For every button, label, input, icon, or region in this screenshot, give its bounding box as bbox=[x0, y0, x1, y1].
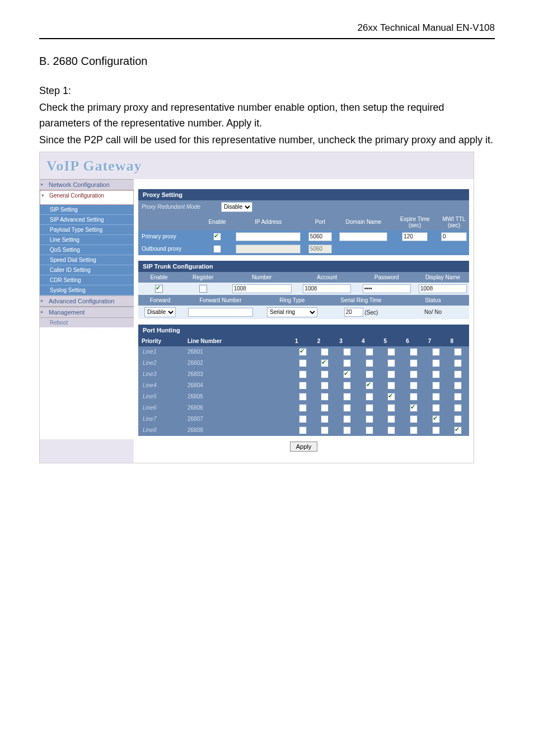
port-checkbox[interactable] bbox=[432, 393, 440, 401]
ring-type-select[interactable]: Serial ring bbox=[267, 307, 317, 317]
nav-cdr-setting[interactable]: CDR Setting bbox=[40, 275, 134, 285]
port-checkbox[interactable] bbox=[299, 348, 307, 356]
port-checkbox[interactable] bbox=[366, 382, 373, 389]
trunk-enable-checkbox[interactable] bbox=[155, 285, 163, 293]
port-checkbox[interactable] bbox=[321, 359, 329, 367]
outbound-port-input[interactable] bbox=[308, 245, 332, 253]
port-checkbox[interactable] bbox=[432, 426, 440, 434]
port-checkbox[interactable] bbox=[432, 348, 440, 356]
port-checkbox[interactable] bbox=[321, 348, 329, 356]
port-checkbox[interactable] bbox=[299, 426, 307, 434]
apply-button[interactable]: Apply bbox=[290, 442, 318, 452]
outbound-enable-checkbox[interactable] bbox=[213, 245, 221, 253]
port-checkbox[interactable] bbox=[366, 404, 373, 412]
primary-port-input[interactable] bbox=[308, 232, 332, 241]
port-checkbox[interactable] bbox=[387, 426, 395, 434]
port-checkbox[interactable] bbox=[454, 404, 462, 412]
port-checkbox[interactable] bbox=[410, 348, 418, 356]
port-checkbox[interactable] bbox=[410, 404, 418, 412]
outbound-ip-input[interactable] bbox=[236, 245, 301, 253]
port-checkbox[interactable] bbox=[454, 382, 462, 389]
port-checkbox[interactable] bbox=[432, 415, 440, 423]
trunk-display-input[interactable] bbox=[419, 284, 467, 293]
port-checkbox[interactable] bbox=[387, 359, 395, 367]
port-checkbox[interactable] bbox=[343, 415, 351, 423]
port-checkbox[interactable] bbox=[321, 393, 329, 401]
nav-network-configuration[interactable]: ▸Network Configuration bbox=[40, 179, 134, 190]
port-checkbox[interactable] bbox=[299, 404, 307, 412]
port-checkbox[interactable] bbox=[432, 359, 440, 367]
port-checkbox[interactable] bbox=[343, 370, 351, 378]
port-checkbox[interactable] bbox=[299, 382, 307, 389]
nav-syslog-setting[interactable]: Syslog Setting bbox=[40, 285, 134, 295]
trunk-number-input[interactable] bbox=[232, 284, 292, 293]
port-checkbox[interactable] bbox=[387, 404, 395, 412]
port-checkbox[interactable] bbox=[454, 426, 462, 434]
nav-sip-advanced-setting[interactable]: SIP Advanced Setting bbox=[40, 215, 134, 225]
port-checkbox[interactable] bbox=[321, 404, 329, 412]
nav-reboot[interactable]: Reboot bbox=[40, 318, 134, 327]
trunk-register-checkbox[interactable] bbox=[199, 285, 207, 293]
serial-ring-time-input[interactable] bbox=[344, 308, 363, 317]
port-checkbox[interactable] bbox=[321, 415, 329, 423]
port-checkbox[interactable] bbox=[321, 426, 329, 434]
port-checkbox[interactable] bbox=[299, 370, 307, 378]
nav-speed-dial-setting[interactable]: Speed Dial Setting bbox=[40, 255, 134, 265]
port-checkbox[interactable] bbox=[343, 404, 351, 412]
forward-number-input[interactable] bbox=[188, 308, 253, 317]
port-checkbox[interactable] bbox=[366, 426, 373, 434]
port-checkbox[interactable] bbox=[366, 393, 373, 401]
nav-general-configuration[interactable]: ▾General Configuration bbox=[40, 190, 134, 205]
port-checkbox[interactable] bbox=[432, 404, 440, 412]
trunk-account-input[interactable] bbox=[303, 284, 351, 293]
port-checkbox[interactable] bbox=[343, 359, 351, 367]
nav-management[interactable]: ▸Management bbox=[40, 307, 134, 318]
port-checkbox[interactable] bbox=[410, 393, 418, 401]
port-checkbox[interactable] bbox=[410, 370, 418, 378]
primary-expire-input[interactable] bbox=[402, 232, 428, 241]
port-checkbox[interactable] bbox=[454, 415, 462, 423]
port-checkbox[interactable] bbox=[343, 348, 351, 356]
primary-mwi-input[interactable] bbox=[441, 232, 467, 241]
forward-select[interactable]: Disable bbox=[144, 307, 176, 317]
port-checkbox[interactable] bbox=[366, 359, 373, 367]
port-checkbox[interactable] bbox=[366, 415, 373, 423]
proxy-redundant-select[interactable]: Disable bbox=[221, 202, 252, 212]
port-checkbox[interactable] bbox=[454, 348, 462, 356]
nav-advanced-configuration[interactable]: ▸Advanced Configuration bbox=[40, 295, 134, 307]
primary-ip-input[interactable] bbox=[236, 232, 301, 241]
port-checkbox[interactable] bbox=[454, 370, 462, 378]
port-checkbox[interactable] bbox=[343, 426, 351, 434]
port-checkbox[interactable] bbox=[387, 348, 395, 356]
nav-payload-type-setting[interactable]: Payload Type Setting bbox=[40, 225, 134, 235]
port-checkbox[interactable] bbox=[321, 382, 329, 389]
port-checkbox[interactable] bbox=[366, 348, 373, 356]
port-checkbox[interactable] bbox=[366, 370, 373, 378]
port-checkbox[interactable] bbox=[454, 393, 462, 401]
nav-qos-setting[interactable]: QoS Setting bbox=[40, 245, 134, 255]
port-checkbox[interactable] bbox=[454, 359, 462, 367]
port-checkbox[interactable] bbox=[343, 382, 351, 389]
port-checkbox[interactable] bbox=[387, 415, 395, 423]
port-checkbox[interactable] bbox=[387, 370, 395, 378]
col-line-number: Line Number bbox=[184, 336, 292, 346]
trunk-password-input[interactable] bbox=[363, 284, 411, 293]
primary-domain-input[interactable] bbox=[339, 232, 387, 241]
port-checkbox[interactable] bbox=[432, 370, 440, 378]
port-checkbox[interactable] bbox=[321, 370, 329, 378]
port-checkbox[interactable] bbox=[299, 359, 307, 367]
port-checkbox[interactable] bbox=[387, 393, 395, 401]
port-checkbox[interactable] bbox=[432, 382, 440, 389]
port-checkbox[interactable] bbox=[410, 415, 418, 423]
port-checkbox[interactable] bbox=[410, 426, 418, 434]
port-checkbox[interactable] bbox=[387, 382, 395, 389]
port-checkbox[interactable] bbox=[410, 382, 418, 389]
nav-line-setting[interactable]: Line Setting bbox=[40, 235, 134, 245]
nav-sip-setting[interactable]: SIP Setting bbox=[40, 205, 134, 215]
port-checkbox[interactable] bbox=[299, 415, 307, 423]
port-checkbox[interactable] bbox=[343, 393, 351, 401]
port-checkbox[interactable] bbox=[410, 359, 418, 367]
nav-caller-id-setting[interactable]: Caller ID Setting bbox=[40, 265, 134, 275]
port-checkbox[interactable] bbox=[299, 393, 307, 401]
primary-enable-checkbox[interactable] bbox=[213, 233, 221, 241]
